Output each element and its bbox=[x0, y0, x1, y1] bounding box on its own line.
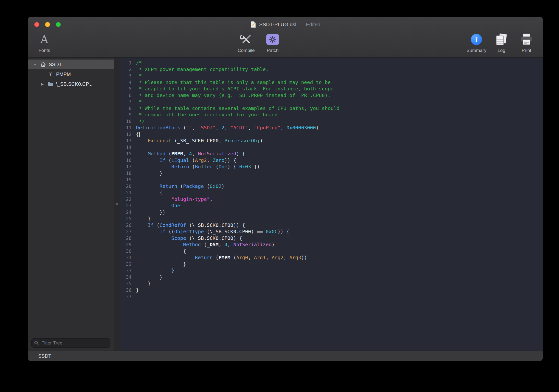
app-window: SSDT-PLUG.dsl — Edited A Fonts bbox=[28, 17, 543, 361]
code-token: ) { bbox=[236, 151, 245, 157]
disclosure-down-icon[interactable]: ▼ bbox=[31, 62, 39, 66]
print-button[interactable]: Print bbox=[516, 32, 537, 53]
line-number: 36 bbox=[120, 287, 132, 294]
code-token: Method bbox=[183, 242, 201, 247]
compile-button[interactable]: Compile bbox=[236, 32, 257, 53]
fonts-button[interactable]: A Fonts bbox=[34, 32, 55, 53]
code-line: 18 } bbox=[120, 170, 543, 177]
code-token: } bbox=[136, 287, 139, 293]
code-token bbox=[136, 229, 159, 234]
code-token: ) bbox=[272, 242, 275, 247]
line-number: 25 bbox=[120, 215, 132, 222]
zoom-button[interactable] bbox=[56, 22, 61, 27]
code-token: Package bbox=[183, 183, 204, 189]
code-token bbox=[136, 164, 171, 170]
line-number: 18 bbox=[120, 170, 132, 177]
titlebar[interactable]: SSDT-PLUG.dsl — Edited bbox=[28, 17, 543, 32]
code-token bbox=[136, 157, 159, 163]
code-token: ObjectType bbox=[174, 229, 204, 234]
code-token: One bbox=[219, 164, 227, 170]
code-line-text bbox=[132, 176, 136, 183]
log-button[interactable]: Log bbox=[491, 32, 512, 53]
line-number: 33 bbox=[120, 267, 132, 274]
code-token: Arg1 bbox=[254, 255, 266, 260]
code-line: 8 * While the table contains several exa… bbox=[120, 105, 543, 112]
code-line: 9 * remove all the ones irrelevant for y… bbox=[120, 111, 543, 118]
code-token: , bbox=[192, 151, 198, 157]
print-label: Print bbox=[522, 48, 531, 53]
code-token: 0x02 bbox=[210, 183, 221, 189]
sidebar: ▼SSDTPMPM▶\_SB.SCK0.CP... bbox=[28, 58, 114, 351]
code-line: 19 bbox=[120, 176, 543, 183]
code-token: Buffer bbox=[195, 164, 213, 170]
tree-item-label: SSDT bbox=[49, 62, 62, 67]
line-number: 28 bbox=[120, 235, 132, 242]
patch-button[interactable]: Patch bbox=[262, 32, 283, 53]
minimize-button[interactable] bbox=[45, 22, 50, 27]
code-token: /* bbox=[136, 60, 142, 66]
summary-icon: i bbox=[471, 34, 482, 45]
line-number: 9 bbox=[120, 111, 132, 118]
code-editor[interactable]: 1/*2 * XCPM power management compatibili… bbox=[120, 58, 543, 351]
document-icon[interactable] bbox=[250, 21, 256, 28]
code-token: ) { bbox=[227, 164, 239, 170]
code-token: * adapted to fit your board's ACPI stack… bbox=[136, 86, 334, 92]
code-line-text: } bbox=[132, 267, 174, 274]
code-token: (( bbox=[165, 229, 174, 234]
code-line-text: * While the table contains several examp… bbox=[132, 105, 340, 112]
line-number: 37 bbox=[120, 293, 132, 300]
code-token: , bbox=[248, 255, 254, 260]
code-line-text: * Please note that this table is only a … bbox=[132, 79, 331, 86]
code-token: , bbox=[183, 151, 189, 157]
line-number: 27 bbox=[120, 228, 132, 235]
code-token: 4 bbox=[224, 242, 227, 247]
code-token: , bbox=[280, 125, 286, 131]
code-token: , bbox=[192, 125, 198, 131]
line-number: 19 bbox=[120, 176, 132, 183]
code-line: 2 * XCPM power management compatibility … bbox=[120, 66, 543, 73]
code-line-text: Scope (\_SB.SCK0.CP00) { bbox=[132, 235, 242, 242]
split-divider[interactable] bbox=[114, 58, 120, 351]
close-button[interactable] bbox=[34, 22, 39, 27]
filter-tree-field[interactable] bbox=[31, 338, 110, 348]
code-token: , bbox=[283, 255, 289, 260]
window-chrome: SSDT-PLUG.dsl — Edited A Fonts bbox=[28, 17, 543, 58]
code-line: 11DefinitionBlock ("", "SSDT", 2, "ACDT"… bbox=[120, 124, 543, 131]
code-line-text: { bbox=[132, 248, 186, 255]
log-label: Log bbox=[498, 48, 505, 53]
code-token: One bbox=[171, 203, 180, 208]
code-line-text: } bbox=[132, 274, 162, 281]
sidebar-item-pmpm[interactable]: PMPM bbox=[28, 69, 114, 79]
code-token: Zero bbox=[213, 157, 224, 163]
code-token: \_SB.SCK0.CP00 bbox=[192, 235, 233, 241]
code-token: } bbox=[136, 216, 151, 221]
code-token: CondRefOf bbox=[159, 222, 186, 228]
disclosure-right-icon[interactable]: ▶ bbox=[38, 82, 47, 86]
code-line: 10 */ bbox=[120, 118, 543, 125]
code-token: ( bbox=[189, 157, 195, 163]
code-line-text: } bbox=[132, 170, 162, 177]
code-line: 35 } bbox=[120, 280, 543, 287]
code-line: 37 bbox=[120, 293, 543, 300]
line-number: 23 bbox=[120, 202, 132, 209]
sidebar-item-sb-sck0-cp[interactable]: ▶\_SB.SCK0.CP... bbox=[28, 79, 114, 89]
code-token: PMPM bbox=[171, 151, 183, 157]
filter-tree-input[interactable] bbox=[41, 340, 108, 346]
line-number: 6 bbox=[120, 92, 132, 99]
code-line: 28 Scope (\_SB.SCK0.CP00) { bbox=[120, 235, 543, 242]
code-line: 20 Return (Package (0x02) bbox=[120, 183, 543, 190]
sidebar-tree: ▼SSDTPMPM▶\_SB.SCK0.CP... bbox=[28, 58, 114, 336]
search-icon bbox=[34, 341, 39, 345]
code-line-text: /* bbox=[132, 60, 142, 66]
summary-button[interactable]: i Summary bbox=[466, 32, 487, 53]
code-line: 4 * Please note that this table is only … bbox=[120, 79, 543, 86]
toolbar: A Fonts Compile bbox=[28, 32, 543, 57]
code-token: , bbox=[224, 125, 230, 131]
text-cursor bbox=[139, 132, 140, 137]
sidebar-item-ssdt[interactable]: ▼SSDT bbox=[28, 60, 114, 69]
code-token: ( bbox=[177, 183, 183, 189]
home-icon bbox=[39, 62, 47, 67]
code-token: }) bbox=[251, 164, 260, 170]
code-line: 15 Method (PMPM, 4, NotSerialized) { bbox=[120, 150, 543, 157]
code-token: "SSDT" bbox=[198, 125, 216, 131]
